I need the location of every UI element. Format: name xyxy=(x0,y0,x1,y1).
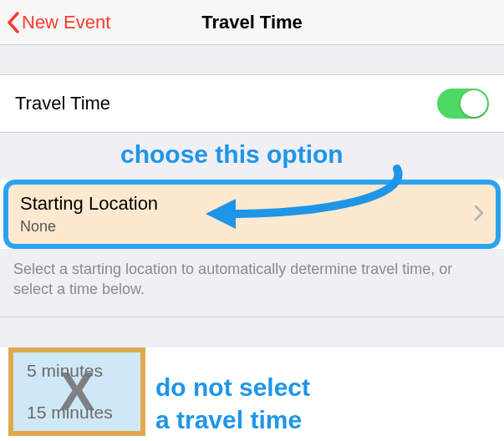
section-gap xyxy=(0,317,504,347)
starting-location-value: None xyxy=(20,218,484,236)
nav-bar: New Event Travel Time xyxy=(0,0,504,45)
time-options-box: 5 minutes 15 minutes X xyxy=(8,347,145,436)
back-button[interactable]: New Event xyxy=(7,12,110,33)
travel-time-switch[interactable] xyxy=(437,89,489,119)
chevron-left-icon xyxy=(7,12,20,33)
travel-time-row: Travel Time xyxy=(0,75,504,133)
time-option-15[interactable]: 15 minutes xyxy=(27,403,134,423)
annotation-choose: choose this option xyxy=(120,140,344,169)
starting-location-title: Starting Location xyxy=(20,193,484,215)
page-title: Travel Time xyxy=(201,12,303,33)
chevron-right-icon xyxy=(474,205,484,225)
time-option-5[interactable]: 5 minutes xyxy=(27,361,134,381)
annotation-do-not-select: do not select a travel time xyxy=(155,371,310,436)
back-label: New Event xyxy=(22,12,110,33)
starting-location-row[interactable]: Starting Location None xyxy=(3,180,501,249)
annotation-line2: a travel time xyxy=(155,403,310,436)
description-text: Select a starting location to automatica… xyxy=(0,249,504,317)
section-gap xyxy=(0,45,504,75)
travel-time-label: Travel Time xyxy=(15,93,110,114)
annotation-line1: do not select xyxy=(155,371,310,403)
